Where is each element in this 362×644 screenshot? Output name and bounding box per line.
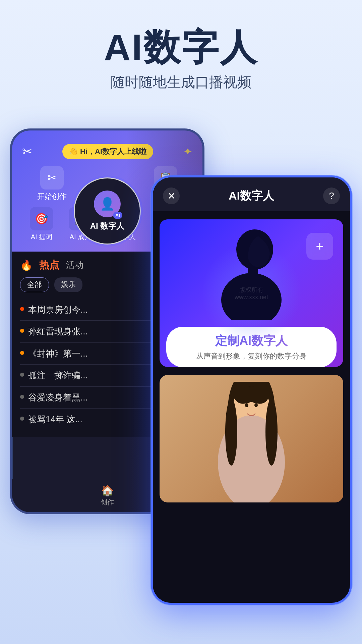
news-text-5: 谷爱凌身着黑... xyxy=(28,391,88,404)
sparkle-icon: ✦ xyxy=(183,145,192,158)
ai-float-circle[interactable]: 👤 AI AI 数字人 xyxy=(74,177,141,245)
person-silhouette xyxy=(215,226,288,320)
scissors-icon: ✂ xyxy=(22,145,32,159)
news-text-4: 孤注一掷诈骗... xyxy=(28,369,88,381)
woman-figure-svg xyxy=(201,382,302,502)
phones-container: ✂ 👋 Hi，AI数字人上线啦 ✦ ✂ 开始创作 📋 草稿箱 � xyxy=(0,108,362,611)
home-icon: 🏠 xyxy=(101,485,114,496)
main-title: AI数字人 xyxy=(0,27,362,67)
svg-point-2 xyxy=(221,273,282,320)
header-section: AI数字人 随时随地生成口播视频 xyxy=(0,0,362,105)
start-create-icon: ✂ xyxy=(40,166,64,190)
svg-point-7 xyxy=(245,403,248,407)
front-header: ✕ AI数字人 ? xyxy=(153,177,350,211)
news-dot-5 xyxy=(20,395,24,399)
news-text-2: 孙红雷现身张... xyxy=(28,325,88,337)
front-title: AI数字人 xyxy=(229,188,274,204)
front-phone: ✕ AI数字人 ? xyxy=(151,175,352,605)
filter-all[interactable]: 全部 xyxy=(20,277,49,292)
news-text-3: 《封神》第一... xyxy=(28,347,88,360)
filter-entertainment[interactable]: 娱乐 xyxy=(54,277,82,292)
ai-prompt-icon: 🎯 xyxy=(30,207,53,230)
svg-point-9 xyxy=(225,398,237,466)
hot-icon: 🔥 xyxy=(20,259,33,271)
news-dot-2 xyxy=(20,329,24,333)
news-text-6: 被骂14年 这... xyxy=(28,413,82,425)
svg-point-10 xyxy=(265,398,278,466)
back-header-row: ✂ 👋 Hi，AI数字人上线啦 ✦ xyxy=(22,144,192,159)
ai-avatar-icon: 👤 AI xyxy=(94,191,121,217)
ai-prompt-feature[interactable]: 🎯 AI 提词 xyxy=(30,207,53,241)
plus-icon[interactable]: + xyxy=(306,233,333,260)
activity-tab[interactable]: 活动 xyxy=(66,259,83,271)
news-dot-1 xyxy=(20,307,24,311)
news-text-1: 本周票房创今... xyxy=(28,304,88,316)
custom-btn-sub: 从声音到形象，复刻你的数字分身 xyxy=(172,351,330,361)
news-dot-4 xyxy=(20,373,24,377)
hot-label: 热点 xyxy=(39,258,59,272)
create-nav-item[interactable]: 🏠 创作 xyxy=(101,485,114,507)
news-dot-6 xyxy=(20,417,24,421)
start-create-nav[interactable]: ✂ 开始创作 xyxy=(37,166,67,202)
help-button[interactable]: ? xyxy=(323,187,340,204)
woman-card xyxy=(160,375,343,502)
ai-badge: AI xyxy=(113,212,122,219)
notification-bubble: 👋 Hi，AI数字人上线啦 xyxy=(62,144,153,159)
close-button[interactable]: ✕ xyxy=(163,187,180,204)
sub-title: 随时随地生成口播视频 xyxy=(0,73,362,92)
news-dot-3 xyxy=(20,351,24,355)
silhouette-svg xyxy=(215,226,288,320)
svg-point-8 xyxy=(254,403,258,407)
digital-human-card: + 版权所有www.xxx.net 定制AI数字人 从声音到形象，复刻你的数字分… xyxy=(160,219,343,367)
